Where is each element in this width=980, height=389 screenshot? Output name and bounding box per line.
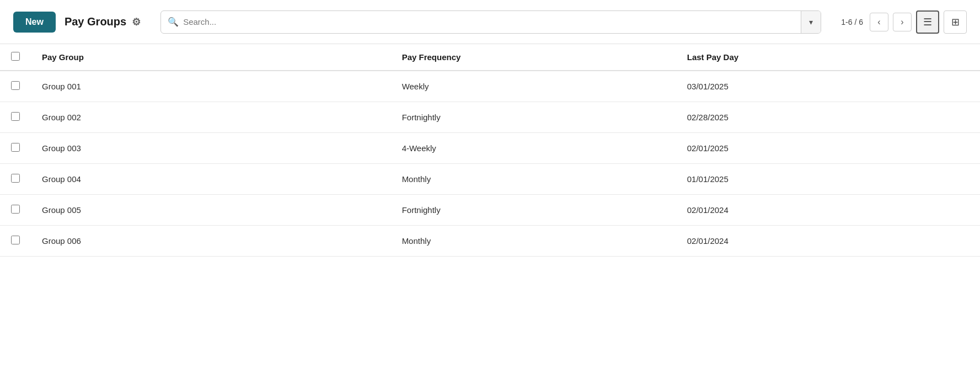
pay-group-cell: Group 005 (31, 195, 391, 226)
search-dropdown-button[interactable]: ▾ (801, 11, 821, 33)
table-row: Group 004Monthly01/01/2025 (0, 164, 980, 195)
table-row: Group 002Fortnightly02/28/2025 (0, 102, 980, 133)
last-pay-day-column-header: Last Pay Day (676, 44, 980, 71)
table-row: Group 001Weekly03/01/2025 (0, 71, 980, 102)
row-checkbox-cell (0, 102, 31, 133)
search-wrapper: 🔍 ▾ (160, 10, 821, 34)
pay-frequency-cell: Monthly (391, 226, 676, 257)
pagination-text: 1-6 / 6 (841, 18, 863, 26)
pay-frequency-cell: 4-Weekly (391, 133, 676, 164)
pay-group-cell: Group 004 (31, 164, 391, 195)
page-title-text: Pay Groups (65, 15, 126, 28)
pay-frequency-cell: Fortnightly (391, 195, 676, 226)
new-button[interactable]: New (13, 12, 56, 33)
table-row: Group 005Fortnightly02/01/2024 (0, 195, 980, 226)
last-pay-day-cell: 02/01/2024 (676, 226, 980, 257)
table-row: Group 0034-Weekly02/01/2025 (0, 133, 980, 164)
pay-groups-table: Pay Group Pay Frequency Last Pay Day Gro… (0, 44, 980, 257)
search-input-area: 🔍 (161, 17, 801, 27)
row-checkbox-3[interactable] (11, 174, 20, 183)
prev-page-button[interactable]: ‹ (870, 13, 888, 31)
list-view-button[interactable]: ☰ (916, 10, 939, 34)
pay-group-cell: Group 001 (31, 71, 391, 102)
last-pay-day-cell: 02/01/2025 (676, 133, 980, 164)
row-checkbox-cell (0, 133, 31, 164)
row-checkbox-cell (0, 195, 31, 226)
pay-frequency-cell: Fortnightly (391, 102, 676, 133)
table-body: Group 001Weekly03/01/2025Group 002Fortni… (0, 71, 980, 257)
page-title: Pay Groups ⚙ (65, 15, 141, 28)
table-row: Group 006Monthly02/01/2024 (0, 226, 980, 257)
row-checkbox-cell (0, 226, 31, 257)
pay-frequency-cell: Weekly (391, 71, 676, 102)
pay-frequency-cell: Monthly (391, 164, 676, 195)
last-pay-day-cell: 01/01/2025 (676, 164, 980, 195)
grid-view-button[interactable]: ⊞ (944, 10, 967, 34)
header: New Pay Groups ⚙ 🔍 ▾ 1-6 / 6 ‹ › ☰ ⊞ (0, 0, 980, 44)
last-pay-day-cell: 03/01/2025 (676, 71, 980, 102)
table-container: Pay Group Pay Frequency Last Pay Day Gro… (0, 44, 980, 257)
next-page-button[interactable]: › (893, 13, 912, 31)
search-input[interactable] (183, 17, 794, 26)
select-all-header (0, 44, 31, 71)
select-all-checkbox[interactable] (11, 52, 20, 61)
search-icon: 🔍 (168, 17, 179, 27)
pay-frequency-column-header: Pay Frequency (391, 44, 676, 71)
search-container: 🔍 ▾ (160, 10, 821, 34)
gear-icon[interactable]: ⚙ (132, 16, 141, 28)
row-checkbox-cell (0, 164, 31, 195)
row-checkbox-1[interactable] (11, 112, 20, 121)
row-checkbox-4[interactable] (11, 205, 20, 214)
pagination-area: 1-6 / 6 ‹ › ☰ ⊞ (841, 10, 967, 34)
last-pay-day-cell: 02/28/2025 (676, 102, 980, 133)
last-pay-day-cell: 02/01/2024 (676, 195, 980, 226)
row-checkbox-0[interactable] (11, 81, 20, 90)
table-header-row: Pay Group Pay Frequency Last Pay Day (0, 44, 980, 71)
row-checkbox-5[interactable] (11, 236, 20, 244)
pay-group-cell: Group 002 (31, 102, 391, 133)
row-checkbox-2[interactable] (11, 143, 20, 152)
row-checkbox-cell (0, 71, 31, 102)
pay-group-cell: Group 006 (31, 226, 391, 257)
pay-group-cell: Group 003 (31, 133, 391, 164)
pay-group-column-header: Pay Group (31, 44, 391, 71)
